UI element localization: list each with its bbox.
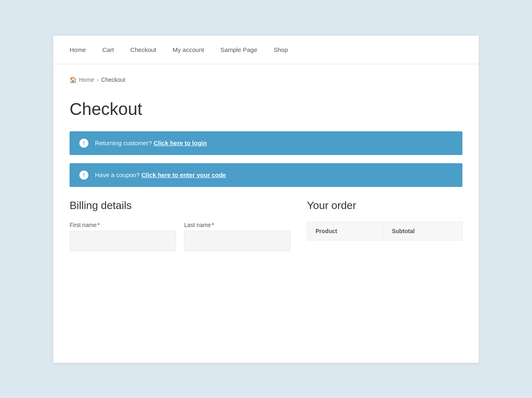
subtotal-col-header: Subtotal	[383, 222, 462, 240]
returning-info-icon: !	[79, 139, 88, 148]
returning-customer-banner: ! Returning customer? Click here to logi…	[70, 131, 462, 155]
nav-sample-page[interactable]: Sample Page	[220, 46, 257, 53]
breadcrumb-current: Checkout	[101, 76, 125, 83]
coupon-info-icon: !	[79, 171, 88, 180]
nav-home[interactable]: Home	[70, 46, 86, 53]
breadcrumb: 🏠 Home › Checkout	[70, 76, 462, 83]
breadcrumb-home-link[interactable]: Home	[79, 76, 94, 83]
returning-login-link[interactable]: Click here to login	[153, 139, 207, 146]
nav-checkout[interactable]: Checkout	[130, 46, 156, 53]
order-section: Your order Product Subtotal	[307, 199, 462, 259]
product-col-header: Product	[307, 222, 383, 240]
page-title: Checkout	[70, 99, 462, 119]
main-content: 🏠 Home › Checkout Checkout ! Returning c…	[53, 64, 479, 280]
last-name-group: Last name*	[184, 222, 291, 251]
coupon-banner-label: Have a coupon?	[95, 171, 141, 178]
coupon-banner: ! Have a coupon? Click here to enter you…	[70, 163, 462, 187]
nav-cart[interactable]: Cart	[102, 46, 114, 53]
coupon-banner-text: Have a coupon? Click here to enter your …	[95, 171, 226, 178]
first-name-group: First name*	[70, 222, 176, 251]
nav-my-account[interactable]: My account	[173, 46, 204, 53]
page-container: Home Cart Checkout My account Sample Pag…	[53, 36, 479, 363]
coupon-enter-link[interactable]: Click here to enter your code	[141, 171, 226, 178]
billing-section: Billing details First name* Last name*	[70, 199, 291, 259]
last-name-input[interactable]	[184, 231, 291, 251]
billing-title: Billing details	[70, 199, 291, 212]
first-name-required: *	[97, 222, 99, 228]
returning-banner-text: Returning customer? Click here to login	[95, 139, 207, 146]
order-table: Product Subtotal	[307, 222, 462, 241]
last-name-label: Last name*	[184, 222, 291, 228]
returning-banner-label: Returning customer?	[95, 139, 153, 146]
name-form-row: First name* Last name*	[70, 222, 291, 251]
breadcrumb-separator: ›	[97, 76, 99, 83]
nav-bar: Home Cart Checkout My account Sample Pag…	[53, 36, 479, 64]
nav-shop[interactable]: Shop	[274, 46, 288, 53]
order-title: Your order	[307, 199, 462, 212]
first-name-input[interactable]	[70, 231, 176, 251]
first-name-label: First name*	[70, 222, 176, 228]
two-col-layout: Billing details First name* Last name*	[70, 199, 462, 259]
home-icon: 🏠	[70, 76, 77, 83]
last-name-required: *	[212, 222, 214, 228]
